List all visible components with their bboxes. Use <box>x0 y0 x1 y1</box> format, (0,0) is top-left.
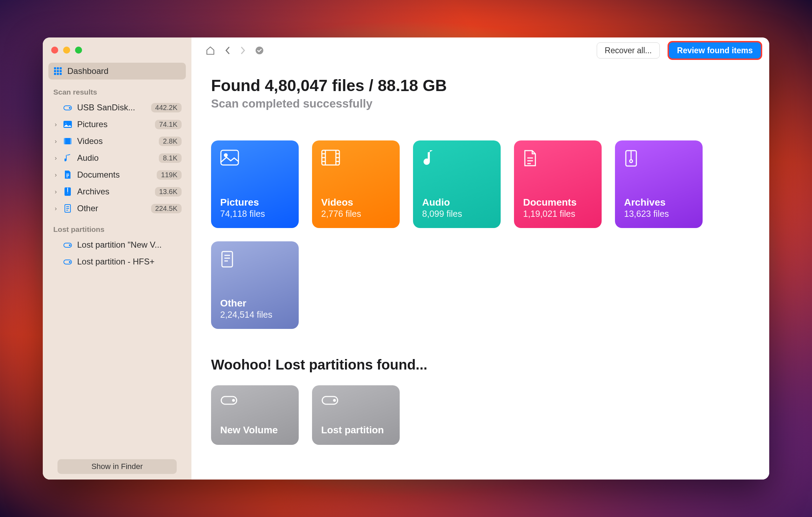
sidebar-item-count: 2.8K <box>159 137 182 146</box>
svg-rect-0 <box>54 67 56 69</box>
card-partition-new-volume[interactable]: New Volume <box>211 385 299 445</box>
document-icon <box>63 171 72 179</box>
sidebar-item-lost-partition-2[interactable]: Lost partition - HFS+ <box>48 253 186 270</box>
review-found-items-button[interactable]: Review found items <box>669 42 761 58</box>
sidebar-item-documents[interactable]: › Documents 119K <box>48 166 186 183</box>
home-icon[interactable] <box>205 46 215 55</box>
archive-icon <box>624 150 693 170</box>
sidebar-item-videos[interactable]: › Videos 2.8K <box>48 133 186 150</box>
card-other[interactable]: Other 2,24,514 files <box>211 241 299 329</box>
recover-all-button[interactable]: Recover all... <box>597 42 660 58</box>
card-subtitle: 2,776 files <box>321 209 391 219</box>
card-title: New Volume <box>220 425 290 436</box>
chevron-right-icon[interactable]: › <box>53 138 58 145</box>
sidebar-item-label: USB SanDisk... <box>77 103 146 112</box>
video-icon <box>321 150 391 170</box>
sidebar-item-usb-drive[interactable]: USB SanDisk... 442.2K <box>48 99 186 116</box>
sidebar-item-count: 224.5K <box>151 204 182 213</box>
svg-rect-1 <box>57 67 59 69</box>
card-videos[interactable]: Videos 2,776 files <box>312 140 400 228</box>
svg-point-47 <box>630 160 632 163</box>
sidebar-item-count: 442.2K <box>151 103 182 112</box>
zoom-window-button[interactable] <box>75 47 82 54</box>
summary-subheading: Scan completed successfully <box>211 97 750 110</box>
card-partition-lost[interactable]: Lost partition <box>312 385 400 445</box>
chevron-right-icon[interactable]: › <box>53 154 58 162</box>
svg-rect-5 <box>60 70 62 72</box>
sidebar-item-count: 8.1K <box>159 153 182 163</box>
svg-rect-6 <box>54 73 56 75</box>
card-title: Audio <box>422 197 492 208</box>
svg-rect-14 <box>64 138 65 144</box>
card-archives[interactable]: Archives 13,623 files <box>615 140 703 228</box>
svg-point-27 <box>69 245 70 246</box>
audio-icon <box>422 150 492 170</box>
chevron-right-icon[interactable]: › <box>53 121 58 128</box>
card-subtitle: 1,19,021 files <box>523 209 593 219</box>
sidebar-item-other[interactable]: › Other 224.5K <box>48 200 186 217</box>
show-in-finder-button[interactable]: Show in Finder <box>57 459 177 474</box>
sidebar-item-count: 13.6K <box>155 187 182 197</box>
card-subtitle: 8,099 files <box>422 209 492 219</box>
svg-rect-48 <box>222 251 232 267</box>
svg-point-21 <box>67 192 68 194</box>
chevron-right-icon[interactable]: › <box>53 205 58 212</box>
sidebar-item-label: Documents <box>77 170 152 180</box>
main-panel: Recover all... Review found items Found … <box>191 37 769 480</box>
sidebar-item-label: Videos <box>77 136 154 146</box>
minimize-window-button[interactable] <box>63 47 70 54</box>
drive-icon <box>220 394 290 415</box>
svg-point-55 <box>334 400 336 401</box>
dashboard-icon <box>53 67 62 75</box>
card-pictures[interactable]: Pictures 74,118 files <box>211 140 299 228</box>
sidebar-item-label: Other <box>77 204 146 213</box>
back-icon[interactable] <box>224 46 231 55</box>
svg-point-30 <box>256 47 263 54</box>
sidebar-item-pictures[interactable]: › Pictures 74.1K <box>48 116 186 133</box>
sidebar-item-count: 119K <box>157 170 182 180</box>
sidebar-item-lost-partition-1[interactable]: Lost partition "New V... <box>48 236 186 253</box>
window-controls <box>48 44 186 63</box>
card-documents[interactable]: Documents 1,19,021 files <box>514 140 602 228</box>
archive-icon <box>63 187 72 196</box>
card-subtitle: 13,623 files <box>624 209 693 219</box>
status-check-icon <box>255 46 264 55</box>
card-title: Archives <box>624 197 693 208</box>
category-cards: Pictures 74,118 files Videos 2,776 files… <box>211 140 750 329</box>
card-subtitle: 74,118 files <box>220 209 290 219</box>
sidebar-section-lost-partitions: Lost partitions <box>48 217 186 236</box>
svg-rect-3 <box>54 70 56 72</box>
svg-rect-8 <box>60 73 62 75</box>
card-subtitle: 2,24,514 files <box>220 310 290 320</box>
svg-rect-7 <box>57 73 59 75</box>
svg-rect-4 <box>57 70 59 72</box>
summary-heading: Found 4,80,047 files / 88.18 GB <box>211 76 750 95</box>
drive-icon <box>63 242 72 248</box>
other-icon <box>63 204 72 213</box>
forward-icon <box>240 46 246 55</box>
card-audio[interactable]: Audio 8,099 files <box>413 140 501 228</box>
card-title: Documents <box>523 197 593 208</box>
card-title: Lost partition <box>321 425 391 436</box>
document-icon <box>523 150 593 170</box>
partition-cards: New Volume Lost partition <box>211 385 750 445</box>
sidebar-item-dashboard[interactable]: Dashboard <box>48 63 186 80</box>
other-icon <box>220 250 290 271</box>
sidebar-dashboard-label: Dashboard <box>67 66 182 76</box>
chevron-right-icon[interactable]: › <box>53 188 58 195</box>
svg-point-10 <box>69 108 70 109</box>
card-title: Videos <box>321 197 391 208</box>
svg-rect-15 <box>70 138 72 144</box>
sidebar-item-audio[interactable]: › Audio 8.1K <box>48 150 186 166</box>
svg-point-29 <box>69 262 70 263</box>
sidebar-item-archives[interactable]: › Archives 13.6K <box>48 183 186 200</box>
close-window-button[interactable] <box>51 47 58 54</box>
drive-icon <box>63 258 72 265</box>
svg-rect-31 <box>221 150 238 165</box>
svg-rect-2 <box>60 67 62 69</box>
content-area: Found 4,80,047 files / 88.18 GB Scan com… <box>191 63 769 445</box>
chevron-right-icon[interactable]: › <box>53 171 58 179</box>
sidebar-item-label: Lost partition "New V... <box>77 240 182 250</box>
video-icon <box>63 138 72 145</box>
partitions-heading: Woohoo! Lost partitions found... <box>211 357 750 373</box>
